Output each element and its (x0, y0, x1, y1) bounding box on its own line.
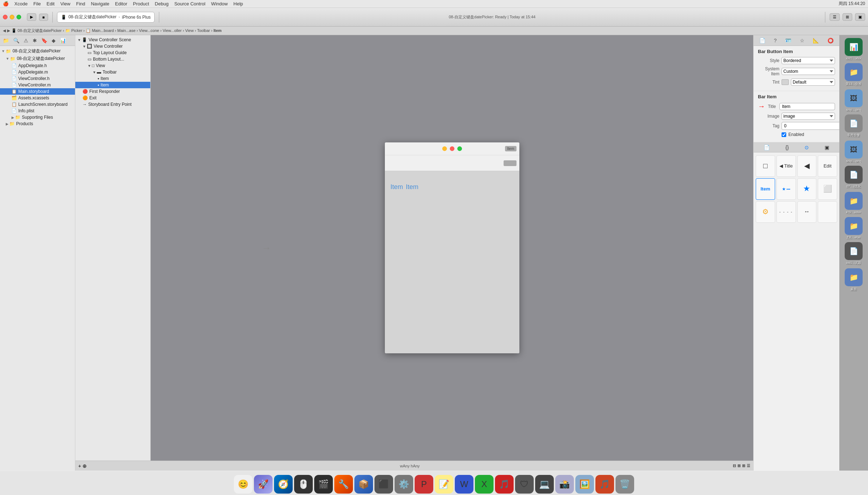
menu-xcode[interactable]: Xcode (14, 1, 28, 6)
scene-item-top-layout[interactable]: ▭ Top Layout Guide (75, 50, 150, 56)
zoom-out-button[interactable]: ⊟ (733, 463, 736, 468)
scene-item-bottom-layout[interactable]: ▭ Bottom Layout... (75, 56, 150, 62)
panel-toggle-right[interactable]: ▣ (855, 13, 865, 21)
library-object-icon[interactable]: ⊙ (805, 145, 809, 150)
menu-edit[interactable]: Edit (47, 1, 55, 6)
tree-item-supporting[interactable]: ▶ 📁 Supporting Files (0, 114, 75, 121)
report-icon[interactable]: 📊 (58, 37, 67, 44)
maximize-button[interactable] (16, 15, 21, 19)
zoom-in-button[interactable]: ⊞ (737, 463, 741, 468)
scene-item-vc-scene[interactable]: ▼ 📱 View Controller Scene (75, 37, 150, 43)
menu-help[interactable]: Help (233, 1, 243, 6)
library-file-icon[interactable]: 📄 (764, 145, 770, 150)
dock-another[interactable]: 🎵 (595, 475, 614, 494)
desktop-icon-xlsx[interactable]: 📊 ios1....xlsx (845, 38, 863, 60)
menu-navigate[interactable]: Navigate (91, 1, 109, 6)
desktop-icon-dandanfenliang[interactable]: 📄 车丹分量 (845, 114, 863, 138)
dock-quicktime[interactable]: 🎬 (314, 475, 333, 494)
dock-settings[interactable]: ⚙️ (395, 475, 413, 494)
menu-debug[interactable]: Debug (155, 1, 169, 6)
tree-item-products[interactable]: ▶ 📁 Products (0, 121, 75, 127)
desktop-icon-ios-test[interactable]: 📄 ios1...试题 (845, 242, 863, 265)
run-button[interactable]: ▶ (27, 13, 36, 21)
tree-item-info-plist[interactable]: 📄 Info.plist (0, 108, 75, 114)
tree-item-viewcontroller-h[interactable]: 📄 ViewController.h (0, 75, 75, 82)
picker-item-back[interactable]: ◀ (797, 155, 817, 177)
tree-item-appdelegate-h[interactable]: 📄 AppDelegate.h (0, 62, 75, 69)
scene-item-item1[interactable]: ▪ Item (75, 75, 150, 82)
picker-item-gear[interactable]: ⚙ (756, 201, 775, 223)
file-inspector-icon[interactable]: 📄 (757, 37, 768, 44)
picker-item-item[interactable]: Item (756, 178, 775, 200)
style-select[interactable]: Bordered (782, 57, 835, 64)
identity-inspector-icon[interactable]: 🪪 (783, 37, 793, 44)
menu-file[interactable]: File (33, 1, 41, 6)
scene-item-toolbar[interactable]: ▼ ▬ Toolbar (75, 69, 150, 75)
dock-safari[interactable]: 🧭 (274, 475, 293, 494)
scene-item-vc[interactable]: ▼ 🔲 View Controller (75, 43, 150, 50)
dock-computer[interactable]: 💻 (535, 475, 554, 494)
menu-view[interactable]: View (60, 1, 70, 6)
quick-help-icon[interactable]: ? (772, 37, 779, 44)
dock-package[interactable]: 📦 (354, 475, 373, 494)
dock-word[interactable]: W (455, 475, 473, 494)
title-input[interactable] (779, 103, 835, 110)
picker-item-square[interactable]: □ (756, 155, 775, 177)
tag-input[interactable] (782, 122, 839, 130)
size-inspector-icon[interactable]: 📐 (811, 37, 821, 44)
picker-item-empty-box[interactable]: ⬜ (818, 178, 837, 200)
phone-toolbar-item1[interactable]: Item (505, 146, 516, 151)
dock-pdf[interactable]: P (415, 475, 433, 494)
breakpoint-icon[interactable]: ◆ (50, 37, 57, 44)
picker-item-edit[interactable]: Edit (818, 155, 837, 177)
color-swatch[interactable] (782, 79, 789, 85)
search-icon[interactable]: 🔍 (12, 37, 21, 44)
tree-item-root[interactable]: ▼ 📁 08-自定义键盘datePicker (0, 47, 75, 55)
menu-window[interactable]: Window (211, 1, 228, 6)
panel-toggle-left[interactable]: ☰ (830, 13, 840, 21)
layout-button[interactable]: ☰ (747, 463, 750, 468)
tree-item-appdelegate-m[interactable]: 📄 AppDelegate.m (0, 69, 75, 75)
dock-mouse[interactable]: 🖱️ (294, 475, 313, 494)
share-button[interactable]: ⊕ (82, 463, 87, 469)
image-select[interactable]: image (782, 113, 835, 120)
stop-button[interactable]: ■ (39, 14, 48, 21)
scene-item-exit[interactable]: 🟠 Exit (75, 95, 150, 101)
warning-icon[interactable]: ⚠ (22, 37, 30, 44)
desktop-icon-png2[interactable]: 🖼 snip....png (845, 141, 863, 163)
git-icon[interactable]: ✱ (31, 37, 38, 44)
picker-item-star[interactable]: ★ (797, 178, 817, 200)
menu-editor[interactable]: Editor (115, 1, 127, 6)
picker-item-back-title[interactable]: ◀ Title (777, 155, 796, 177)
minimize-button[interactable] (10, 15, 14, 19)
enabled-checkbox-label[interactable]: Enabled (782, 132, 835, 137)
folder-icon[interactable]: 📁 (1, 37, 10, 44)
dock-excel[interactable]: X (475, 475, 494, 494)
menu-source-control[interactable]: Source Control (174, 1, 206, 6)
dock-shield[interactable]: 🛡 (515, 475, 534, 494)
system-item-select[interactable]: Custom (782, 68, 835, 75)
picker-item-arrows[interactable]: ↔ (797, 201, 817, 223)
path-nav-left[interactable]: ◀ (3, 28, 6, 33)
dock-preview[interactable]: 🖼️ (575, 475, 594, 494)
tree-item-assets[interactable]: 🗂️ Assets.xcassets (0, 95, 75, 101)
picker-item-star-dots[interactable]: ★ ••• (777, 178, 796, 200)
bookmark-icon[interactable]: 🔖 (40, 37, 49, 44)
desktop-icon-png1[interactable]: 🖼 snip....png (845, 89, 863, 112)
desktop-icon-desktop[interactable]: 📁 桌面 (845, 268, 863, 292)
tree-item-group[interactable]: ▼ 📁 08-自定义键盘datePicker (0, 55, 75, 62)
scheme-selector[interactable]: 📱 08-自定义键盘datePicker › iPhone 6s Plus (57, 12, 155, 23)
menu-product[interactable]: Product (133, 1, 149, 6)
dock-photos[interactable]: 📸 (555, 475, 574, 494)
close-button[interactable] (3, 15, 8, 19)
dock-music[interactable]: 🎵 (495, 475, 514, 494)
desktop-icon-zjl[interactable]: 📁 ZJL...etail (845, 217, 863, 239)
picker-item-blank[interactable] (818, 201, 837, 223)
desktop-icon-ksi[interactable]: 📁 KSI...aster (845, 192, 863, 214)
grid-button[interactable]: ⊞ (742, 463, 745, 468)
add-button[interactable]: + (78, 463, 81, 469)
apple-menu[interactable]: 🍎 (3, 1, 9, 6)
tint-select[interactable]: Default (791, 79, 835, 86)
dock-trash[interactable]: 🗑️ (615, 475, 634, 494)
attributes-inspector-icon[interactable]: ☆ (798, 37, 807, 44)
